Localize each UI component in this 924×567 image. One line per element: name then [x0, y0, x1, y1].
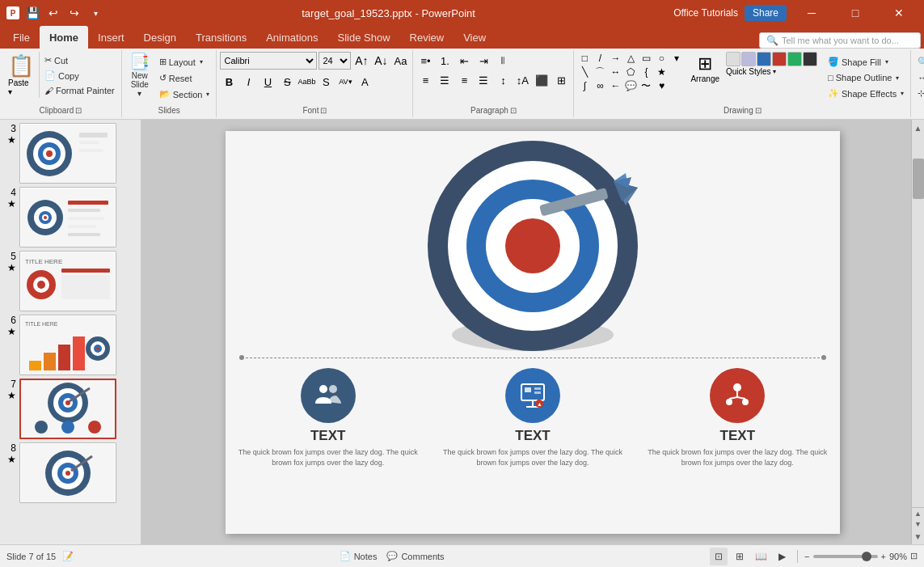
clipboard-expand-icon[interactable]: ⊡ [75, 106, 82, 115]
decrease-font-size-button[interactable]: A↓ [372, 52, 390, 70]
text-direction-button[interactable]: ↕A [513, 71, 531, 89]
slide-thumb-3[interactable]: 3 ★ [3, 123, 137, 184]
italic-button[interactable]: I [239, 73, 257, 91]
next-slide-button[interactable]: ▼ [912, 519, 925, 531]
scroll-down-button[interactable]: ▼ [912, 530, 925, 543]
shadow-button[interactable]: S [317, 73, 335, 91]
quick-styles-button[interactable]: Quick Styles ▾ [726, 67, 823, 76]
font-name-select[interactable]: Calibri [220, 52, 317, 70]
slide-preview-7[interactable] [19, 379, 116, 439]
tab-animations[interactable]: Animations [256, 26, 327, 49]
shape-freeform-button[interactable]: ∞ [593, 79, 607, 92]
shape-curve-button[interactable]: ∫ [577, 79, 592, 92]
slide-thumb-6[interactable]: 6 ★ TITLE HERE [3, 315, 137, 375]
office-tutorials-link[interactable]: Office Tutorials [673, 7, 738, 19]
shape-wave-button[interactable]: 〜 [639, 79, 653, 92]
slide-thumb-8[interactable]: 8 ★ [3, 442, 137, 503]
save-button[interactable]: 💾 [24, 5, 40, 21]
quick-style-2[interactable] [741, 52, 756, 66]
align-left-button[interactable]: ≡ [416, 71, 434, 89]
slide-preview-3[interactable] [19, 123, 116, 184]
reading-view-button[interactable]: 📖 [752, 548, 770, 565]
zoom-in-button[interactable]: + [881, 552, 886, 561]
copy-button[interactable]: 📄Copy [41, 69, 118, 83]
quick-style-5[interactable] [787, 52, 802, 66]
font-color-button[interactable]: A [356, 73, 373, 91]
find-button[interactable]: 🔍Find [914, 55, 924, 69]
shape-bracket-button[interactable]: { [639, 66, 653, 78]
slide-sorter-button[interactable]: ⊞ [731, 548, 749, 565]
prev-slide-button[interactable]: ▲ [912, 508, 925, 519]
drawing-expand-icon[interactable]: ⊡ [755, 106, 762, 115]
shape-callout-button[interactable]: 💬 [623, 79, 638, 92]
shape-oval-button[interactable]: ○ [654, 52, 669, 65]
quick-style-3[interactable] [757, 52, 771, 66]
paragraph-expand-icon[interactable]: ⊡ [510, 106, 517, 115]
zoom-out-button[interactable]: − [804, 552, 809, 561]
new-slide-button[interactable]: 📑 NewSlide ▾ [125, 52, 154, 99]
tab-review[interactable]: Review [400, 26, 454, 49]
increase-indent-button[interactable]: ⇥ [475, 52, 492, 70]
zoom-slider[interactable] [813, 555, 878, 558]
font-size-select[interactable]: 24 [319, 52, 351, 70]
quick-style-6[interactable] [803, 52, 817, 66]
decrease-indent-button[interactable]: ⇤ [455, 52, 473, 70]
redo-button[interactable]: ↪ [66, 5, 82, 21]
numbering-button[interactable]: 1. [436, 52, 454, 70]
shape-star-button[interactable]: ★ [654, 66, 669, 78]
undo-button[interactable]: ↩ [45, 5, 61, 21]
normal-view-button[interactable]: ⊡ [710, 548, 728, 565]
increase-font-size-button[interactable]: A↑ [352, 52, 370, 70]
char-spacing-button[interactable]: AV▾ [336, 73, 354, 91]
replace-button[interactable]: ↔Replace [914, 71, 924, 84]
share-button[interactable]: Share [745, 5, 787, 21]
columns-button[interactable]: ⫴ [494, 52, 512, 70]
slide-thumb-7[interactable]: 7 ★ [3, 379, 137, 439]
smartart-button[interactable]: ⊞ [552, 71, 570, 89]
shape-rect-button[interactable]: □ [577, 52, 592, 65]
arrange-button[interactable]: ⊞ [698, 53, 712, 74]
section-button[interactable]: 📂Section▾ [156, 87, 213, 101]
shape-line-button[interactable]: ╲ [577, 66, 592, 78]
shape-pentagon-button[interactable]: ⬠ [623, 66, 638, 78]
shape-rect2-button[interactable]: ▭ [639, 52, 653, 65]
quick-style-1[interactable] [726, 52, 740, 66]
shape-arrow-button[interactable]: → [608, 52, 622, 65]
align-right-button[interactable]: ≡ [455, 71, 473, 89]
close-button[interactable]: ✕ [880, 0, 918, 26]
quick-style-4[interactable] [772, 52, 787, 66]
bullets-button[interactable]: ≡• [416, 52, 434, 70]
zoom-fit-button[interactable]: ⊡ [910, 551, 918, 561]
bold-button[interactable]: B [220, 73, 238, 91]
justify-button[interactable]: ☰ [475, 71, 492, 89]
zoom-thumb[interactable] [862, 552, 871, 561]
reset-button[interactable]: ↺Reset [156, 71, 213, 85]
slide-preview-5[interactable]: TITLE HERE [19, 251, 116, 311]
font-expand-icon[interactable]: ⊡ [320, 106, 327, 115]
slide-preview-6[interactable]: TITLE HERE [19, 315, 116, 375]
slide-thumb-4[interactable]: 4 ★ [3, 187, 137, 248]
cut-button[interactable]: ✂Cut [41, 53, 118, 67]
align-center-button[interactable]: ☰ [436, 71, 454, 89]
tell-me-bar[interactable]: 🔍 Tell me what you want to do... [759, 32, 921, 49]
minimize-button[interactable]: ─ [793, 0, 830, 26]
notes-button[interactable]: 📄 Notes [340, 551, 378, 561]
tab-insert[interactable]: Insert [88, 26, 134, 49]
strikethrough-button[interactable]: S [278, 73, 296, 91]
smallcaps-button[interactable]: AaBb [297, 73, 315, 91]
shape-more-button[interactable]: ▾ [669, 52, 684, 65]
scroll-up-button[interactable]: ▲ [912, 121, 925, 134]
line-spacing-button[interactable]: ↕ [494, 71, 512, 89]
tab-transitions[interactable]: Transitions [186, 26, 256, 49]
comments-button[interactable]: 💬 Comments [386, 551, 444, 561]
clear-format-button[interactable]: Aa [391, 52, 409, 70]
slide-thumb-5[interactable]: 5 ★ TITLE HERE [3, 251, 137, 311]
slide-preview-4[interactable] [19, 187, 116, 248]
slide-show-button[interactable]: ▶ [773, 548, 791, 565]
shape-outline-button[interactable]: □Shape Outline▾ [825, 71, 907, 84]
tab-file[interactable]: File [3, 26, 40, 49]
tab-home[interactable]: Home [40, 26, 88, 49]
scroll-thumb[interactable] [913, 159, 924, 199]
format-painter-button[interactable]: 🖌Format Painter [41, 84, 118, 97]
shape-triangle-button[interactable]: △ [623, 52, 638, 65]
